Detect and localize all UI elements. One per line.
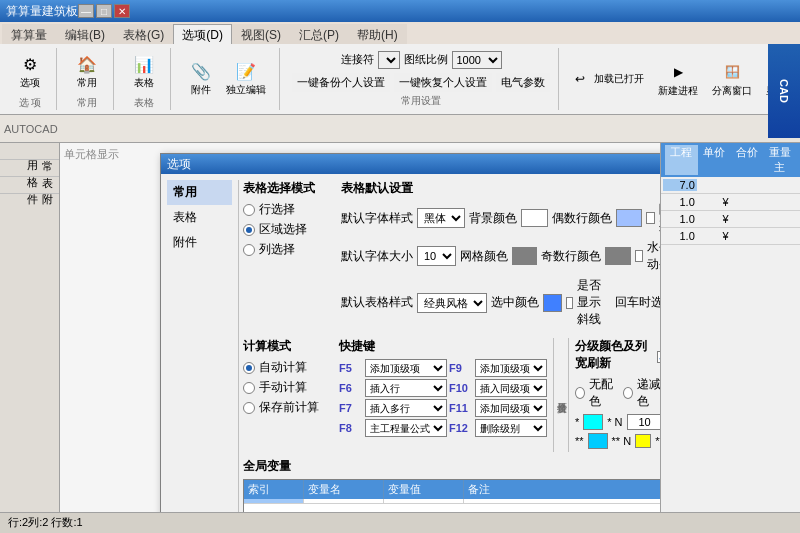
- right-panel-row-3: 1.0 ¥: [661, 211, 800, 228]
- tab-help[interactable]: 帮助(H): [348, 24, 407, 44]
- hotkey-f12: F12 删除级别: [449, 419, 547, 437]
- auto-refresh-checkbox[interactable]: 是否自动刷新列宽: [657, 340, 660, 374]
- table-style-select[interactable]: 经典风格: [417, 293, 487, 313]
- tab-options[interactable]: 选项(D): [173, 24, 232, 44]
- var-cell-index[interactable]: [244, 499, 304, 503]
- options-icon: ⚙: [18, 52, 42, 76]
- elec-btn[interactable]: 电气参数: [496, 73, 550, 92]
- even-color-label: 偶数行颜色: [552, 210, 612, 227]
- separator-label: 是否替换: [553, 338, 569, 452]
- radio-row-circle: [243, 204, 255, 216]
- color-row-1: * * N: [575, 414, 660, 430]
- maximize-btn[interactable]: □: [96, 4, 112, 18]
- hotkey-f5: F5 添加顶级项: [339, 359, 447, 377]
- load-opened-btn[interactable]: ↩ 加载已打开: [563, 64, 649, 94]
- tab-table[interactable]: 表格(G): [114, 24, 173, 44]
- table-style-label: 默认表格样式: [341, 294, 413, 311]
- select-color-picker[interactable]: [543, 294, 562, 312]
- sidebar-item-common[interactable]: 常用: [0, 143, 59, 160]
- radio-region-label: 区域选择: [259, 221, 307, 238]
- color-grade-radios: 无配色 递减配色 自定义配色: [575, 376, 660, 410]
- radio-save-calc[interactable]: 保存前计算: [243, 399, 333, 416]
- diag-checkbox[interactable]: 是否显示斜线: [566, 277, 611, 328]
- indep-icon: 📝: [234, 59, 258, 83]
- radio-col-select[interactable]: 列选择: [243, 241, 333, 258]
- color-val-1a[interactable]: [627, 414, 660, 430]
- indep-edit-btn[interactable]: 📝 独立编辑: [221, 56, 271, 100]
- var-cell-value[interactable]: [384, 499, 464, 503]
- common-btn[interactable]: 🏠 常用: [69, 49, 105, 93]
- hide-col-checkbox[interactable]: 随藏列标: [646, 201, 660, 235]
- hotkey-f11-select[interactable]: 添加同级项: [475, 399, 547, 417]
- options-btn[interactable]: ⚙ 选项: [12, 49, 48, 93]
- color-sym-1: *: [575, 416, 579, 428]
- grid-color-picker[interactable]: [512, 247, 537, 265]
- table-defaults-title: 表格默认设置: [341, 180, 660, 197]
- new-proc-btn[interactable]: ▶ 新建进程: [653, 57, 703, 101]
- cad-button[interactable]: CAD: [768, 44, 800, 138]
- close-btn[interactable]: ✕: [114, 4, 130, 18]
- backup-btn[interactable]: 一键备份个人设置: [292, 73, 390, 92]
- hotkeys-section: 快捷键 F5 添加顶级项 F9 添加顶级项: [339, 338, 547, 452]
- hscroll-checkbox[interactable]: 水平滚动条: [635, 239, 660, 273]
- radio-region-select[interactable]: 区域选择: [243, 221, 333, 238]
- dialog-nav-attach[interactable]: 附件: [167, 230, 232, 255]
- hotkey-f5-select[interactable]: 添加顶级项: [365, 359, 447, 377]
- attach-btn[interactable]: 📎 附件: [183, 56, 219, 100]
- dialog-nav-common[interactable]: 常用: [167, 180, 232, 205]
- split-label: 分离窗口: [712, 84, 752, 98]
- radio-dec-color[interactable]: 递减配色: [623, 376, 660, 410]
- bg-color-label: 背景颜色: [469, 210, 517, 227]
- right-panel: 工程 单价 合价 重量主 7.0 1.0 ¥ 1.0 ¥ 1.0 ¥: [660, 143, 800, 512]
- hotkey-f7-select[interactable]: 插入多行: [365, 399, 447, 417]
- hotkey-f6-select[interactable]: 插入行: [365, 379, 447, 397]
- tab-view[interactable]: 视图(S): [232, 24, 290, 44]
- color-swatch-2b[interactable]: [635, 434, 651, 448]
- right-panel-row-2: 1.0 ¥: [661, 194, 800, 211]
- dialog-nav-table[interactable]: 表格: [167, 205, 232, 230]
- ribbon-group-options: ⚙ 选项 选 项: [4, 48, 57, 110]
- hotkey-f9-select[interactable]: 添加顶级项: [475, 359, 547, 377]
- radio-row-select[interactable]: 行选择: [243, 201, 333, 218]
- even-color-picker[interactable]: [616, 209, 643, 227]
- radio-no-color[interactable]: 无配色: [575, 376, 617, 410]
- tab-edit[interactable]: 编辑(B): [56, 24, 114, 44]
- right-panel-row-4: 1.0 ¥: [661, 228, 800, 245]
- radio-nocolor-circle: [575, 387, 585, 399]
- font-size-select[interactable]: 10: [417, 246, 456, 266]
- color-swatch-1[interactable]: [583, 414, 603, 430]
- connector-select[interactable]: [378, 51, 400, 69]
- var-col-index: 索引: [244, 480, 304, 499]
- rp-cell-3-2: ¥: [697, 213, 731, 225]
- bg-color-picker[interactable]: [521, 209, 548, 227]
- restore-btn[interactable]: 一键恢复个人设置: [394, 73, 492, 92]
- font-style-select[interactable]: 黑体: [417, 208, 465, 228]
- table-btn[interactable]: 📊 表格: [126, 49, 162, 93]
- var-title: 全局变量: [243, 458, 660, 475]
- hotkey-f12-select[interactable]: 删除级别: [475, 419, 547, 437]
- scale-select[interactable]: 1000: [452, 51, 502, 69]
- sidebar-item-table[interactable]: 表格: [0, 160, 59, 177]
- variables-table: 索引 变量名 变量值 备注: [243, 479, 660, 512]
- hotkey-f11: F11 添加同级项: [449, 399, 547, 417]
- var-cell-name[interactable]: [304, 499, 384, 503]
- var-table-container: 全局变量 索引 变量名 变量值 备注: [243, 458, 660, 512]
- tab-main[interactable]: 算算量: [2, 24, 56, 44]
- hotkey-f8-select[interactable]: 主工程量公式: [365, 419, 447, 437]
- radio-auto-calc[interactable]: 自动计算: [243, 359, 333, 376]
- split-win-btn[interactable]: 🪟 分离窗口: [707, 57, 757, 101]
- hotkeys-grid: F5 添加顶级项 F9 添加顶级项 F6 插入行: [339, 359, 547, 437]
- var-cell-note[interactable]: [464, 499, 660, 503]
- var-table-header: 索引 变量名 变量值 备注: [244, 480, 660, 499]
- radio-manual-calc[interactable]: 手动计算: [243, 379, 333, 396]
- rp-cell-4-2: ¥: [697, 230, 731, 242]
- sidebar-item-attach[interactable]: 附件: [0, 177, 59, 194]
- tab-summary[interactable]: 汇总(P): [290, 24, 348, 44]
- minimize-btn[interactable]: —: [78, 4, 94, 18]
- hotkey-f7-label: F7: [339, 402, 363, 414]
- odd-color-picker[interactable]: [605, 247, 630, 265]
- hotkey-f10-select[interactable]: 插入同级项: [475, 379, 547, 397]
- color-swatch-2[interactable]: [588, 433, 608, 449]
- load-icon: ↩: [568, 67, 592, 91]
- rp-cell-1-2: [697, 179, 731, 191]
